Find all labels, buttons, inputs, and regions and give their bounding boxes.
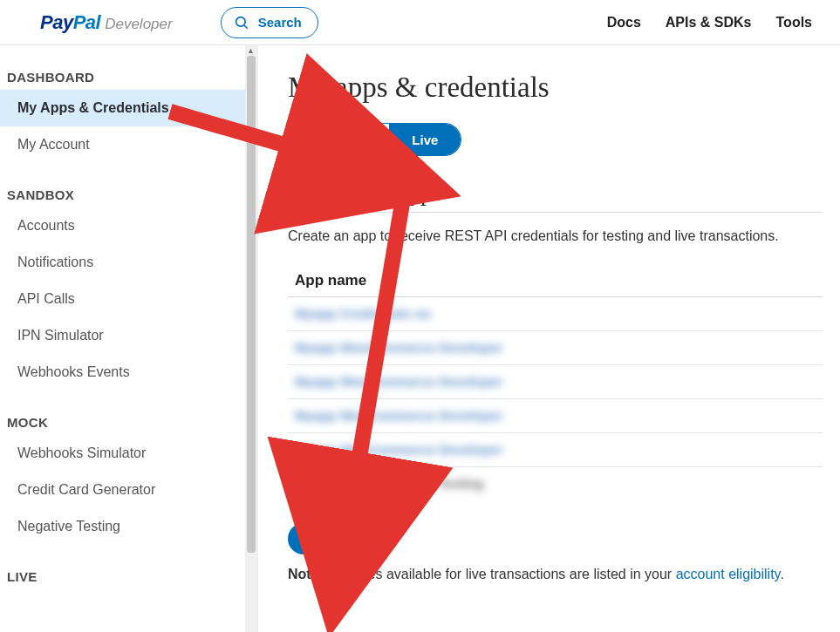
app-name-blurred: Smart Payment Online Testing — [295, 476, 483, 491]
search-icon — [234, 15, 249, 31]
sidebar-item-accounts[interactable]: Accounts — [0, 207, 257, 244]
account-eligibility-link[interactable]: account eligibility — [676, 567, 781, 581]
search-label: Search — [258, 15, 302, 30]
sidebar-item-api-calls[interactable]: API Calls — [0, 281, 257, 317]
toggle-live[interactable]: Live — [389, 124, 461, 155]
note-bold: Note: — [288, 567, 324, 581]
logo-pay: Pay — [40, 11, 73, 34]
svg-line-1 — [244, 25, 248, 29]
scrollbar-up-icon: ▲ — [247, 46, 255, 55]
table-row[interactable]: Smart Payment Online Testing — [288, 467, 823, 500]
sidebar-item-ipn-simulator[interactable]: IPN Simulator — [0, 317, 257, 354]
table-row[interactable]: Myapp WooCommerce Developer — [288, 365, 823, 399]
sidebar-section-dashboard: DASHBOARD — [0, 45, 257, 90]
search-button[interactable]: Search — [221, 7, 318, 38]
note-period: . — [780, 567, 783, 581]
header-nav: Docs APIs & SDKs Tools — [607, 15, 826, 31]
app-name-blurred: Myapp WooCommerce Developer — [295, 442, 502, 457]
table-row[interactable]: Myapp Credentials oo — [288, 297, 823, 331]
sidebar-item-webhooks-events[interactable]: Webhooks Events — [0, 354, 257, 391]
table-row[interactable]: Myapp WooCommerce Developer — [288, 399, 823, 433]
svg-point-0 — [236, 17, 245, 26]
table-row[interactable]: Myapp WooCommerce Developer — [288, 331, 823, 365]
logo[interactable]: PayPal Developer — [40, 11, 173, 34]
logo-pal: Pal — [73, 11, 101, 34]
app-name-blurred: Myapp WooCommerce Developer — [295, 340, 502, 355]
table-header-app-name: App name — [288, 265, 823, 297]
header: PayPal Developer Search Docs APIs & SDKs… — [0, 0, 840, 45]
create-app-button[interactable]: Create App — [288, 523, 387, 554]
app-name-blurred: Myapp WooCommerce Developer — [295, 408, 502, 423]
logo-developer: Developer — [105, 16, 173, 33]
scrollbar-thumb[interactable] — [247, 56, 256, 553]
section-description: Create an app to receive REST API creden… — [288, 228, 823, 244]
sidebar-item-notifications[interactable]: Notifications — [0, 244, 257, 281]
toggle-sandbox[interactable]: Sandbox — [289, 124, 389, 155]
app-name-blurred: Myapp Credentials oo — [295, 306, 431, 321]
sidebar-item-negative-testing[interactable]: Negative Testing — [0, 508, 257, 545]
table-row[interactable]: Myapp WooCommerce Developer — [288, 433, 823, 467]
env-toggle: Sandbox Live — [288, 123, 461, 156]
page-title: My apps & credentials — [288, 71, 823, 104]
sidebar-section-sandbox: SANDBOX — [0, 163, 257, 207]
sidebar-section-live: LIVE — [0, 545, 257, 589]
nav-docs[interactable]: Docs — [607, 15, 641, 31]
note-text: Features available for live transactions… — [324, 567, 676, 581]
sidebar-section-mock: MOCK — [0, 391, 257, 435]
sidebar-item-credit-card-generator[interactable]: Credit Card Generator — [0, 472, 257, 508]
sidebar-item-my-account[interactable]: My Account — [0, 126, 257, 163]
sidebar: DASHBOARD My Apps & Credentials My Accou… — [0, 45, 258, 632]
sidebar-item-webhooks-simulator[interactable]: Webhooks Simulator — [0, 435, 257, 472]
app-name-blurred: Myapp WooCommerce Developer — [295, 374, 502, 389]
divider — [288, 212, 823, 213]
note: Note: Features available for live transa… — [288, 567, 823, 582]
sidebar-item-my-apps[interactable]: My Apps & Credentials — [0, 90, 257, 126]
section-title: REST API apps — [288, 179, 823, 207]
main-content: My apps & credentials Sandbox Live REST … — [258, 45, 840, 632]
scrollbar[interactable]: ▲ — [245, 45, 257, 632]
nav-apis[interactable]: APIs & SDKs — [666, 15, 752, 31]
nav-tools[interactable]: Tools — [776, 15, 812, 31]
